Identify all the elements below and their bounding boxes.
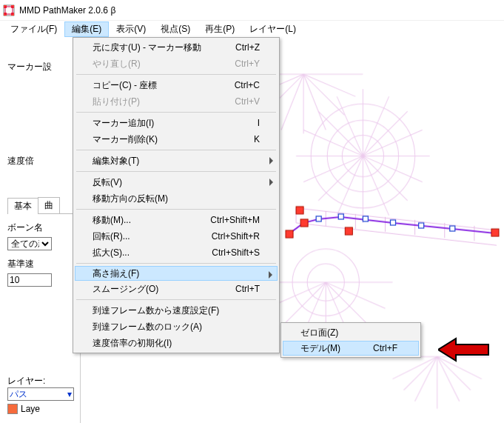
app-icon: [3, 4, 15, 16]
menu-rotate[interactable]: 回転(R)... Ctrl+Shift+R: [75, 228, 278, 244]
menu-view[interactable]: 表示(V): [109, 21, 153, 37]
svg-rect-66: [419, 223, 424, 228]
menu-bar: ファイル(F) 編集(E) 表示(V) 視点(S) 再生(P) レイヤー(L): [0, 21, 504, 37]
chevron-down-icon: ▾: [67, 389, 72, 399]
submenu-zero-plane[interactable]: ゼロ面(Z): [283, 324, 419, 341]
layer-row-label: Laye: [21, 404, 40, 414]
svg-line-7: [303, 74, 344, 115]
base-speed-input[interactable]: [7, 273, 52, 287]
menu-sep: [76, 299, 276, 300]
svg-rect-68: [286, 230, 293, 238]
menu-edit-target[interactable]: 編集対象(T): [75, 153, 278, 169]
menu-del-marker[interactable]: マーカー削除(K) K: [75, 131, 278, 147]
svg-line-41: [437, 356, 471, 390]
menu-file[interactable]: ファイル(F): [3, 21, 64, 37]
speed-scale-label: 速度倍: [7, 155, 75, 167]
svg-line-45: [404, 356, 437, 390]
svg-line-28: [363, 111, 407, 156]
layer-row[interactable]: Laye: [7, 404, 74, 414]
menu-smoothing[interactable]: スムージング(O) Ctrl+T: [75, 281, 278, 297]
svg-line-42: [437, 356, 460, 401]
layer-combo[interactable]: パス ▾: [7, 387, 74, 401]
svg-line-20: [318, 156, 363, 201]
menu-flip-dir[interactable]: 移動方向の反転(M): [75, 190, 278, 207]
svg-line-46: [392, 356, 437, 379]
menu-align-height[interactable]: 高さ揃え(F): [75, 266, 278, 281]
marker-settings-label: マーカー設: [7, 61, 75, 73]
menu-scale[interactable]: 拡大(S)... Ctrl+Shift+S: [75, 244, 278, 261]
menu-undo[interactable]: 元に戻す(U) - マーカー移動 Ctrl+Z: [75, 39, 278, 56]
svg-rect-67: [450, 226, 455, 231]
menu-edit[interactable]: 編集(E): [64, 21, 109, 37]
menu-layer[interactable]: レイヤー(L): [242, 21, 303, 37]
tab-curve[interactable]: 曲: [38, 197, 60, 213]
svg-rect-62: [316, 216, 321, 222]
svg-rect-70: [296, 207, 303, 214]
svg-rect-63: [338, 214, 343, 219]
svg-line-54: [296, 223, 497, 245]
align-height-submenu: ゼロ面(Z) モデル(M) Ctrl+F: [280, 322, 421, 358]
menu-play[interactable]: 再生(P): [198, 21, 242, 37]
bone-name-label: ボーン名: [7, 222, 75, 234]
svg-line-44: [415, 356, 437, 401]
menu-add-marker[interactable]: マーカー追加(I) I: [75, 115, 278, 131]
menu-flip[interactable]: 反転(V): [75, 174, 278, 190]
svg-line-31: [326, 282, 385, 308]
edit-dropdown: 元に戻す(U) - マーカー移動 Ctrl+Z やり直し(R) Ctrl+Y コ…: [73, 37, 280, 353]
tabs: 基本 曲: [7, 197, 75, 214]
svg-rect-69: [300, 219, 308, 227]
menu-paste[interactable]: 貼り付け(P) Ctrl+V: [75, 93, 278, 110]
title-bar: MMD PathMaker 2.0.6 β: [0, 0, 504, 21]
menu-move[interactable]: 移動(M)... Ctrl+Shift+M: [75, 212, 278, 228]
submenu-arrow-icon: [269, 157, 273, 164]
svg-rect-64: [363, 216, 368, 222]
menu-sep: [76, 209, 276, 210]
layer-color-swatch: [7, 404, 18, 414]
svg-rect-71: [345, 227, 352, 235]
app-title: MMD PathMaker 2.0.6 β: [19, 5, 115, 16]
left-panel: マーカー設 速度倍 基本 曲 ボーン名 全ての新 基準速 レイヤー: パス ▾ …: [0, 37, 80, 423]
svg-rect-72: [491, 229, 499, 236]
tab-basic[interactable]: 基本: [7, 198, 38, 214]
svg-line-16: [363, 156, 407, 201]
layer-label: レイヤー:: [7, 375, 74, 387]
submenu-arrow-icon: [269, 179, 273, 186]
menu-speed-from-frames[interactable]: 到達フレーム数から速度設定(F): [75, 302, 278, 319]
menu-camera[interactable]: 視点(S): [153, 21, 198, 37]
submenu-model[interactable]: モデル(M) Ctrl+F: [283, 341, 419, 356]
menu-sep: [76, 171, 276, 172]
menu-sep: [76, 74, 276, 75]
menu-copy[interactable]: コピー(C) - 座標 Ctrl+C: [75, 77, 278, 93]
svg-line-36: [281, 282, 326, 327]
svg-line-40: [437, 356, 482, 379]
svg-rect-65: [390, 220, 395, 225]
menu-sep: [76, 263, 276, 264]
submenu-arrow-icon: [269, 271, 272, 279]
menu-lock-frames[interactable]: 到達フレーム数のロック(A): [75, 319, 278, 335]
menu-sep: [76, 112, 276, 113]
svg-line-32: [326, 282, 370, 327]
base-speed-label: 基準速: [7, 258, 75, 270]
bone-select[interactable]: 全ての新: [7, 237, 52, 250]
menu-redo[interactable]: やり直し(R) Ctrl+Y: [75, 56, 278, 72]
menu-reset-speed[interactable]: 速度倍率の初期化(I): [75, 335, 278, 351]
menu-sep: [76, 150, 276, 150]
layer-section: レイヤー: パス ▾ Laye: [7, 375, 74, 414]
svg-line-24: [318, 111, 363, 156]
